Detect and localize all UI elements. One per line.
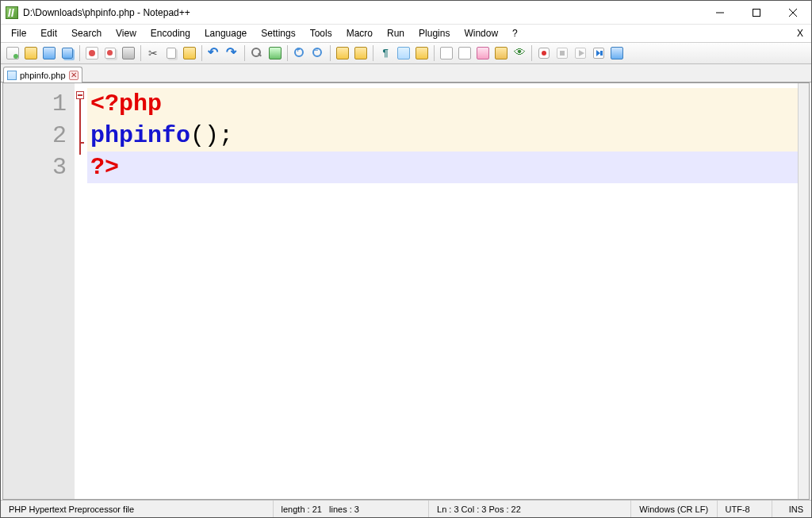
- close-button[interactable]: [775, 1, 811, 24]
- save-button[interactable]: [40, 44, 58, 62]
- close-file-icon: [86, 47, 98, 59]
- undo-button[interactable]: ↶: [205, 44, 223, 62]
- copy-icon: [167, 48, 176, 59]
- menu-plugins[interactable]: Plugins: [412, 26, 457, 40]
- macro-play-button[interactable]: [572, 44, 589, 62]
- fold-column[interactable]: [75, 83, 87, 499]
- status-length: length : 21: [282, 505, 322, 514]
- doc-map-button[interactable]: [438, 44, 455, 62]
- titlebar: D:\Downloads\phpinfo.php - Notepad++: [1, 1, 811, 25]
- indent-icon: [397, 47, 410, 59]
- save-all-icon: [62, 48, 73, 59]
- folder-workspace-button[interactable]: [492, 44, 510, 62]
- close-all-button[interactable]: [102, 44, 119, 62]
- menu-view[interactable]: View: [109, 26, 144, 40]
- menu-help[interactable]: ?: [505, 26, 525, 40]
- semicolon: ;: [219, 120, 233, 152]
- cut-button[interactable]: ✂: [144, 44, 162, 62]
- cut-icon: ✂: [147, 47, 159, 59]
- menu-search[interactable]: Search: [64, 26, 109, 40]
- doc-list-icon: [458, 47, 471, 59]
- close-file-button[interactable]: [83, 44, 101, 62]
- open-file-button[interactable]: [22, 44, 40, 62]
- code-area[interactable]: <?php phpinfo(); ?>: [87, 83, 798, 499]
- macro-play-multi-button[interactable]: [590, 44, 607, 62]
- parens: (): [190, 120, 219, 152]
- window-controls: [702, 1, 811, 24]
- macro-save-button[interactable]: [608, 44, 626, 62]
- code-line-1[interactable]: <?php: [87, 88, 798, 120]
- menubar-close-doc[interactable]: X: [792, 28, 808, 39]
- php-open-tag: <?php: [90, 88, 162, 120]
- save-all-button[interactable]: [59, 44, 76, 62]
- copy-button[interactable]: [163, 44, 180, 62]
- new-file-button[interactable]: [4, 44, 21, 62]
- line-number: 1: [3, 88, 67, 120]
- menu-edit[interactable]: Edit: [33, 26, 64, 40]
- menu-tools[interactable]: Tools: [303, 26, 339, 40]
- editor[interactable]: 1 2 3 <?php phpinfo(); ?>: [2, 82, 810, 500]
- toolbar-separator: [244, 45, 245, 61]
- zoom-in-button[interactable]: [291, 44, 308, 62]
- find-button[interactable]: [248, 44, 266, 62]
- status-encoding[interactable]: UTF-8: [718, 501, 772, 517]
- statusbar: PHP Hypertext Preprocessor file length :…: [1, 500, 811, 517]
- record-icon: [538, 48, 550, 59]
- menu-encoding[interactable]: Encoding: [144, 26, 197, 40]
- code-line-3-current[interactable]: ?>: [87, 152, 798, 183]
- minimize-button[interactable]: [702, 1, 738, 24]
- doc-list-button[interactable]: [456, 44, 473, 62]
- function-list-button[interactable]: [474, 44, 492, 62]
- menu-window[interactable]: Window: [457, 26, 505, 40]
- macro-stop-button[interactable]: [553, 44, 571, 62]
- toolbar-separator: [287, 45, 288, 61]
- menu-macro[interactable]: Macro: [339, 26, 380, 40]
- menubar: File Edit Search View Encoding Language …: [1, 25, 811, 42]
- fold-toggle-icon[interactable]: [76, 91, 84, 99]
- sync-vscroll-button[interactable]: [334, 44, 351, 62]
- paste-button[interactable]: [181, 44, 198, 62]
- tab-label: phpinfo.php: [20, 71, 66, 80]
- tabstrip: phpinfo.php ✕: [1, 64, 811, 82]
- zoom-in-icon: [293, 47, 306, 59]
- redo-button[interactable]: ↷: [224, 44, 241, 62]
- sync-scroll-icon: [336, 47, 349, 59]
- macro-record-button[interactable]: [535, 44, 553, 62]
- toolbar-separator: [373, 45, 373, 61]
- word-wrap-icon: [354, 47, 367, 59]
- zoom-out-button[interactable]: [309, 44, 327, 62]
- tab-phpinfo[interactable]: phpinfo.php ✕: [3, 67, 82, 82]
- toolbar-separator: [79, 45, 80, 61]
- indent-guide-button[interactable]: [395, 44, 412, 62]
- doc-icon: [440, 47, 453, 59]
- monitoring-button[interactable]: 👁: [511, 44, 528, 62]
- code-line-2[interactable]: phpinfo();: [87, 120, 798, 152]
- tab-close-icon[interactable]: ✕: [69, 71, 79, 80]
- toolbar-separator: [434, 45, 435, 61]
- close-all-icon: [105, 48, 116, 59]
- window-title: D:\Downloads\phpinfo.php - Notepad++: [23, 7, 190, 18]
- menu-run[interactable]: Run: [380, 26, 412, 40]
- menu-file[interactable]: File: [4, 26, 33, 40]
- play-multi-icon: [593, 48, 604, 59]
- menu-language[interactable]: Language: [197, 26, 254, 40]
- print-icon: [122, 47, 135, 59]
- word-wrap-button[interactable]: [352, 44, 370, 62]
- find-icon: [251, 47, 263, 59]
- vertical-scrollbar[interactable]: [798, 83, 809, 499]
- folder-icon: [495, 47, 508, 59]
- status-eol[interactable]: Windows (CR LF): [631, 501, 717, 517]
- zoom-out-icon: [312, 47, 324, 59]
- user-lang-button[interactable]: [413, 44, 431, 62]
- status-insert-mode[interactable]: INS: [772, 501, 811, 517]
- print-button[interactable]: [120, 44, 137, 62]
- maximize-button[interactable]: [738, 1, 775, 24]
- stop-icon: [557, 48, 568, 59]
- eye-icon: 👁: [513, 47, 526, 59]
- line-number-gutter: 1 2 3: [3, 83, 75, 499]
- replace-button[interactable]: [266, 44, 284, 62]
- line-number: 2: [3, 120, 67, 152]
- show-all-chars-button[interactable]: ¶: [377, 44, 394, 62]
- status-filetype: PHP Hypertext Preprocessor file: [1, 501, 274, 517]
- menu-settings[interactable]: Settings: [254, 26, 302, 40]
